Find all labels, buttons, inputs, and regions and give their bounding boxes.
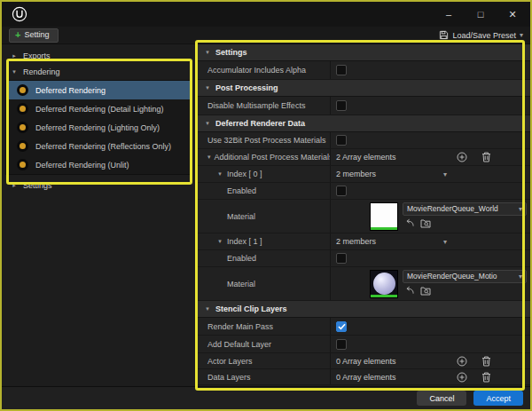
chevron-down-icon: ▾: [519, 205, 522, 213]
preset-label: Load/Save Preset: [452, 31, 516, 40]
row-use-32bit-post-process-materials: Use 32Bit Post Process Materials: [197, 132, 530, 149]
use-selected-asset-button[interactable]: [404, 286, 414, 296]
row-accumulator-includes-alpha: Accumulator Includes Alpha: [197, 61, 530, 80]
settings-label: Settings: [23, 181, 52, 190]
accumulator-includes-alpha-checkbox[interactable]: [336, 65, 347, 75]
render-main-pass-checkbox[interactable]: [336, 321, 347, 332]
material-0-thumbnail[interactable]: [370, 202, 398, 231]
row-array-index-0: ▾ Index [ 0 ] 2 members ▾: [197, 166, 530, 183]
sidebar-category-rendering[interactable]: ▾ Rendering: [2, 64, 196, 80]
enabled-1-checkbox[interactable]: [336, 253, 347, 264]
minimize-button[interactable]: –: [440, 9, 458, 20]
preset-item-deferred-lighting-only[interactable]: Deferred Rendering (Lighting Only): [6, 118, 192, 137]
window-controls: – □ ✕: [440, 9, 521, 20]
clear-array-button[interactable]: [481, 372, 491, 383]
property-label: ▾ Additional Post Process Materials: [197, 149, 330, 165]
property-label: Material: [197, 267, 330, 300]
enabled-toggle-icon[interactable]: [17, 122, 28, 133]
material-1-asset-dropdown[interactable]: MovieRenderQueue_Motio ▾: [403, 270, 527, 283]
array-count-value: 2 Array elements: [336, 153, 396, 162]
add-setting-button[interactable]: + Setting: [9, 28, 59, 43]
preset-item-deferred-detail-lighting[interactable]: Deferred Rendering (Detail Lighting): [6, 99, 192, 118]
section-label: Stencil Clip Layers: [215, 304, 287, 313]
material-type-bar: [371, 295, 397, 297]
chevron-down-icon: ▾: [204, 120, 211, 127]
section-header-settings[interactable]: ▾ Settings: [197, 44, 530, 61]
add-setting-label: Setting: [24, 30, 49, 39]
add-default-layer-checkbox[interactable]: [336, 339, 347, 350]
preset-label: Deferred Rendering (Lighting Only): [35, 123, 160, 132]
array-count-value: 0 Array elements: [336, 373, 396, 382]
browse-to-asset-button[interactable]: [420, 218, 431, 228]
chevron-down-icon: ▾: [204, 305, 211, 312]
details-panel: ▾ Settings Accumulator Includes Alpha ▾ …: [197, 44, 530, 386]
section-header-post-processing[interactable]: ▾ Post Processing: [197, 80, 530, 97]
footer-bar: Cancel Accept: [2, 386, 530, 409]
title-bar: – □ ✕: [2, 2, 530, 27]
preset-item-deferred-rendering[interactable]: Deferred Rendering: [6, 81, 192, 99]
browse-to-asset-button[interactable]: [420, 286, 431, 296]
chevron-down-icon: ▾: [520, 31, 523, 39]
use-32bit-checkbox[interactable]: [336, 135, 347, 146]
material-0-asset-dropdown[interactable]: MovieRenderQueue_World ▾: [403, 202, 527, 216]
add-array-element-button[interactable]: [457, 372, 467, 383]
exports-label: Exports: [23, 51, 51, 60]
sidebar-category-settings[interactable]: ▸ Settings: [2, 178, 196, 194]
toggle-dot-icon: [20, 143, 26, 149]
material-sphere-preview: [373, 273, 395, 295]
row-material-0: Material MovieRenderQueue_World ▾: [197, 200, 530, 233]
add-array-element-button[interactable]: [457, 356, 467, 367]
enabled-0-checkbox[interactable]: [336, 186, 347, 196]
chevron-down-icon[interactable]: ▾: [443, 170, 447, 178]
close-button[interactable]: ✕: [504, 9, 521, 20]
load-save-preset-button[interactable]: Load/Save Preset ▾: [439, 30, 523, 40]
chevron-down-icon: ▾: [216, 238, 223, 245]
property-label: Actor Layers: [197, 353, 330, 368]
row-data-layers: Data Layers 0 Array elements: [197, 369, 530, 385]
row-enabled-0: Enabled: [197, 183, 530, 200]
maximize-button[interactable]: □: [472, 9, 489, 20]
plus-icon: +: [15, 30, 20, 40]
array-index-label: ▾ Index [ 1 ]: [197, 233, 330, 249]
enabled-toggle-icon[interactable]: [17, 103, 28, 115]
main-area: ▸ Exports ▾ Rendering Deferred Rendering…: [2, 44, 530, 386]
enabled-toggle-icon[interactable]: [17, 159, 28, 170]
preset-item-deferred-reflections-only[interactable]: Deferred Rendering (Reflections Only): [6, 137, 192, 155]
row-actor-layers: Actor Layers 0 Array elements: [197, 353, 530, 369]
property-label: Use 32Bit Post Process Materials: [197, 132, 330, 148]
toggle-dot-icon: [20, 162, 26, 168]
chevron-down-icon: ▾: [204, 84, 211, 91]
toggle-dot-icon: [20, 124, 26, 130]
chevron-down-icon[interactable]: ▾: [443, 238, 447, 246]
section-header-stencil-clip-layers[interactable]: ▾ Stencil Clip Layers: [197, 301, 530, 318]
save-preset-icon: [439, 30, 449, 40]
use-selected-asset-button[interactable]: [404, 218, 414, 228]
property-label: Add Default Layer: [197, 336, 330, 352]
disable-multisample-checkbox[interactable]: [336, 100, 347, 111]
members-count-value: 2 members: [336, 237, 376, 246]
chevron-right-icon: ▸: [11, 52, 18, 59]
cancel-button[interactable]: Cancel: [417, 391, 466, 406]
toolbar: + Setting Load/Save Preset ▾: [2, 27, 530, 44]
material-type-bar: [371, 227, 397, 230]
property-label: Material: [197, 200, 330, 233]
enabled-toggle-icon[interactable]: [17, 140, 28, 152]
toggle-dot-icon: [20, 106, 26, 112]
clear-array-button[interactable]: [481, 152, 491, 162]
array-index-label: ▾ Index [ 0 ]: [197, 166, 330, 182]
clear-array-button[interactable]: [481, 356, 491, 367]
chevron-down-icon: ▾: [204, 49, 211, 56]
material-1-thumbnail[interactable]: [370, 270, 398, 298]
chevron-right-icon: ▸: [11, 182, 18, 189]
row-material-1: Material MovieRenderQueue_Motio ▾: [197, 267, 530, 301]
section-header-deferred-renderer-data[interactable]: ▾ Deferred Renderer Data: [197, 115, 530, 132]
add-array-element-button[interactable]: [457, 152, 467, 162]
members-count-value: 2 members: [336, 170, 376, 178]
preset-item-deferred-unlit[interactable]: Deferred Rendering (Unlit): [6, 155, 192, 174]
sidebar-category-exports[interactable]: ▸ Exports: [2, 48, 196, 64]
accept-button[interactable]: Accept: [473, 391, 523, 406]
asset-name: MovieRenderQueue_Motio: [407, 272, 497, 281]
property-label: Render Main Pass: [197, 318, 330, 335]
enabled-toggle-icon[interactable]: [17, 84, 28, 96]
settings-sidebar: ▸ Exports ▾ Rendering Deferred Rendering…: [2, 44, 197, 386]
